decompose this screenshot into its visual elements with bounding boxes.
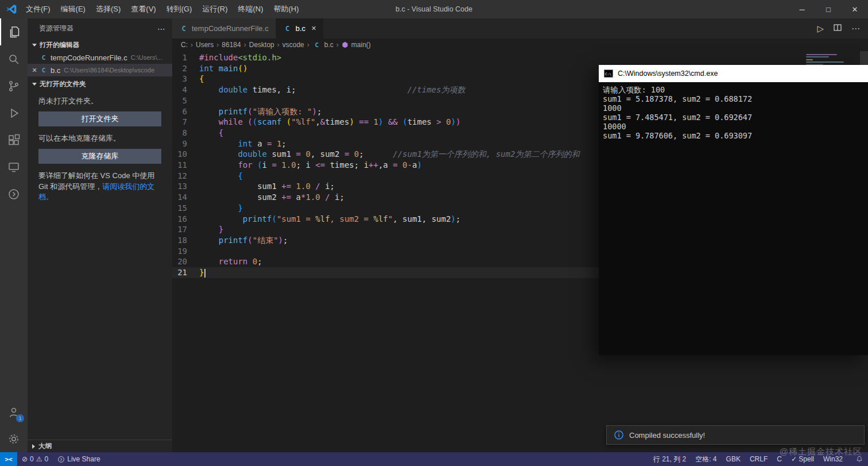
file-path: C:\Users\...	[131, 54, 162, 61]
notification-toast[interactable]: Compiled successfully!	[606, 425, 865, 445]
line-number[interactable]: 17	[172, 224, 199, 235]
close-window-button[interactable]: ✕	[842, 0, 868, 18]
code-line[interactable]: 1#include<stdio.h>	[172, 52, 868, 63]
menu-item[interactable]: 运行(R)	[197, 0, 232, 18]
split-editor-icon[interactable]	[833, 23, 842, 34]
tab-b.c[interactable]: Cb.c✕	[276, 18, 324, 38]
tab-bar: CtempCodeRunnerFile.cCb.c✕ ▷ ⋯	[172, 18, 868, 38]
line-number[interactable]: 2	[172, 63, 199, 74]
code-text: {	[199, 171, 243, 182]
c-file-icon: C	[312, 41, 321, 49]
no-folder-header[interactable]: 无打开的文件夹	[28, 78, 172, 90]
no-folder-text: 尚未打开文件夹。	[38, 96, 161, 107]
line-number[interactable]: 4	[172, 84, 199, 95]
status-item[interactable]: 空格: 4	[691, 452, 721, 466]
code-text: #include<stdio.h>	[199, 52, 281, 63]
explorer-icon[interactable]	[0, 18, 28, 45]
code-text: int main()	[199, 63, 247, 74]
terminal-line: sum1 = 9.787606, sum2 = 0.693097	[603, 131, 864, 140]
run-debug-icon[interactable]	[0, 99, 28, 126]
menu-item[interactable]: 帮助(H)	[269, 0, 304, 18]
line-number[interactable]: 11	[172, 160, 199, 171]
line-number[interactable]: 5	[172, 95, 199, 106]
line-number[interactable]: 15	[172, 203, 199, 214]
line-number[interactable]: 1	[172, 52, 199, 63]
accounts-icon[interactable]: 1	[0, 398, 28, 425]
clone-repo-button[interactable]: 克隆存储库	[38, 149, 161, 164]
settings-gear-icon[interactable]	[0, 425, 28, 452]
line-number[interactable]: 20	[172, 256, 199, 267]
code-text: return 0;	[199, 256, 262, 267]
line-number[interactable]: 16	[172, 214, 199, 225]
chevron-right-icon: ›	[216, 41, 219, 49]
terminal-line: 请输入项数: 100	[603, 85, 864, 94]
menu-item[interactable]: 文件(F)	[21, 0, 56, 18]
status-bar: >< ⊘ 0 ⚠ 0 Live Share 行 21, 列 2空格: 4GBKC…	[0, 452, 868, 466]
notification-text: Compiled successfully!	[629, 431, 705, 440]
status-item[interactable]: 行 21, 列 2	[649, 452, 691, 466]
watermark-text: @稀土掘金技术社区	[780, 446, 862, 457]
breadcrumb-item[interactable]: Desktop	[249, 41, 274, 49]
menu-item[interactable]: 编辑(E)	[56, 0, 91, 18]
open-editors-header[interactable]: 打开的编辑器	[28, 38, 172, 51]
minimize-button[interactable]: ─	[789, 0, 815, 18]
close-icon[interactable]: ✕	[311, 25, 316, 32]
open-folder-button[interactable]: 打开文件夹	[38, 111, 161, 126]
breadcrumb-item[interactable]: C:	[181, 41, 188, 49]
open-editor-item[interactable]: CtempCodeRunnerFile.cC:\Users\...	[28, 51, 172, 64]
line-number[interactable]: 10	[172, 149, 199, 160]
code-text: {	[199, 74, 204, 84]
status-item[interactable]: CRLF	[745, 452, 772, 466]
breadcrumb-item[interactable]: main()	[351, 41, 371, 49]
open-editor-item[interactable]: ✕Cb.cC:\Users\86184\Desktop\vscode	[28, 64, 172, 76]
breadcrumb-item[interactable]: b.c	[324, 41, 334, 49]
line-number[interactable]: 21	[172, 267, 199, 278]
remote-explorer-icon[interactable]	[0, 153, 28, 180]
breadcrumb-item[interactable]: 86184	[222, 41, 241, 49]
source-control-icon[interactable]	[0, 72, 28, 99]
remote-indicator[interactable]: ><	[0, 452, 17, 466]
code-text: while ((scanf ("%lf",&times) == 1) && (t…	[199, 117, 460, 128]
error-count: 0	[30, 455, 34, 463]
extensions-icon[interactable]	[0, 126, 28, 153]
line-number[interactable]: 7	[172, 117, 199, 128]
editor-more-actions-icon[interactable]: ⋯	[851, 24, 860, 34]
code-text: printf("请输入项数: ");	[199, 106, 321, 117]
c-file-icon: C	[39, 54, 48, 61]
tab-tempCodeRunnerFile.c[interactable]: CtempCodeRunnerFile.c	[172, 18, 276, 38]
search-icon[interactable]	[0, 45, 28, 72]
menu-item[interactable]: 转到(G)	[161, 0, 197, 18]
line-number[interactable]: 18	[172, 235, 199, 246]
menu-item[interactable]: 选择(S)	[91, 0, 126, 18]
close-icon[interactable]: ✕	[30, 67, 39, 74]
menu-item[interactable]: 查看(V)	[126, 0, 161, 18]
code-text: {	[199, 128, 223, 138]
line-number[interactable]: 12	[172, 171, 199, 182]
menu-item[interactable]: 终端(N)	[232, 0, 268, 18]
terminal-line: 10000	[603, 122, 864, 131]
line-number[interactable]: 14	[172, 192, 199, 203]
c-file-icon: C	[39, 67, 48, 74]
outline-section-header[interactable]: 大纲	[28, 440, 172, 452]
line-number[interactable]: 13	[172, 181, 199, 192]
line-number[interactable]: 8	[172, 128, 199, 138]
live-share-status[interactable]: Live Share	[53, 452, 104, 466]
sidebar-more-actions-icon[interactable]: ⋯	[157, 24, 165, 33]
line-number[interactable]: 6	[172, 106, 199, 117]
terminal-line: 1000	[603, 103, 864, 113]
line-number[interactable]: 19	[172, 246, 199, 257]
cmd-title-bar[interactable]: C:\_ C:\Windows\system32\cmd.exe	[599, 65, 868, 82]
line-number[interactable]: 3	[172, 74, 199, 84]
problems-status[interactable]: ⊘ 0 ⚠ 0	[17, 452, 53, 466]
run-code-button[interactable]: ▷	[817, 24, 824, 34]
breadcrumb-item[interactable]: Users	[196, 41, 214, 49]
live-share-icon[interactable]	[0, 180, 28, 207]
status-item[interactable]: GBK	[722, 452, 745, 466]
chevron-right-icon: ›	[307, 41, 309, 49]
breadcrumb-item[interactable]: vscode	[282, 41, 304, 49]
sidebar-title: 资源管理器	[39, 24, 73, 33]
line-number[interactable]: 9	[172, 138, 199, 149]
code-text: double sum1 = 0, sum2 = 0; //sum1为第一个序列的…	[199, 149, 579, 160]
activity-bar: 1	[0, 18, 28, 452]
maximize-button[interactable]: □	[815, 0, 842, 18]
